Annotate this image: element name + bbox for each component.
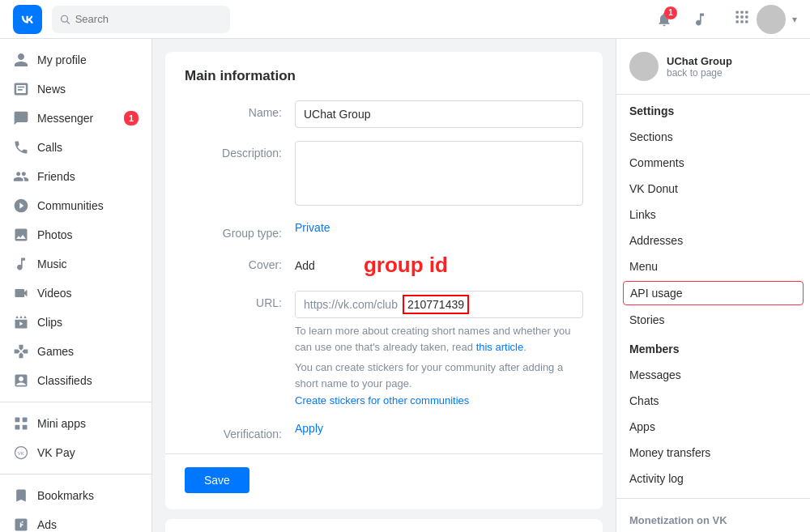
sidebar-item-music[interactable]: Music (0, 249, 151, 279)
friends-icon (13, 168, 29, 185)
user-avatar[interactable] (757, 5, 786, 34)
sidebar-label-videos: Videos (37, 287, 72, 300)
description-label: Description: (185, 141, 282, 160)
music-note-icon (692, 11, 708, 28)
svg-text:VK: VK (18, 451, 24, 456)
sidebar-item-news[interactable]: News (0, 74, 151, 104)
vkpay-icon: VK (13, 445, 29, 461)
description-row: Description: (185, 141, 583, 208)
name-label: Name: (185, 100, 282, 119)
group-type-label: Group type: (185, 221, 282, 240)
avatar-dropdown[interactable]: ▾ (792, 14, 797, 25)
sidebar-item-communities[interactable]: Communities (0, 191, 151, 220)
right-nav-activity-log[interactable]: Activity log (616, 466, 810, 492)
sidebar-label-calls: Calls (37, 141, 62, 154)
sidebar-item-mini-apps[interactable]: Mini apps (0, 409, 151, 438)
url-id-highlighted[interactable]: 210771439 (403, 295, 469, 315)
group-info: UChat Group back to page (616, 39, 810, 95)
grid-icon (734, 9, 750, 25)
help-text-2: You can create stickers for your communi… (295, 360, 583, 391)
chat-icon (13, 110, 29, 126)
sidebar: My profile News Messenger 1 Calls Friend… (0, 39, 152, 532)
main-information-card: Main information Name: Description: Grou… (165, 52, 603, 509)
sidebar-item-messenger[interactable]: Messenger 1 (0, 104, 151, 133)
right-nav-api-usage[interactable]: API usage (623, 281, 804, 305)
cover-add-link[interactable]: Add (295, 259, 315, 272)
sidebar-item-games[interactable]: Games (0, 337, 151, 366)
verification-control: Apply (295, 422, 583, 435)
sidebar-label-mini-apps: Mini apps (37, 417, 86, 430)
url-static-prefix: https://vk.com/club (296, 291, 403, 318)
svg-rect-6 (740, 15, 743, 18)
vk-logo[interactable] (13, 5, 42, 34)
svg-rect-11 (15, 418, 20, 423)
right-nav-menu[interactable]: Menu (616, 253, 810, 279)
notifications-button[interactable]: 1 (650, 5, 679, 34)
sidebar-item-bookmarks[interactable]: Bookmarks (0, 481, 151, 510)
right-nav-messages[interactable]: Messages (616, 362, 810, 388)
sticker-link[interactable]: Create stickers for other communities (295, 394, 469, 406)
music-icon (13, 256, 29, 272)
sidebar-label-bookmarks: Bookmarks (37, 489, 94, 502)
svg-rect-4 (745, 11, 748, 14)
sidebar-item-clips[interactable]: Clips (0, 308, 151, 337)
right-nav-chats[interactable]: Chats (616, 388, 810, 414)
sidebar-item-ads[interactable]: Ads (0, 510, 151, 532)
right-nav-money-transfers[interactable]: Money transfers (616, 440, 810, 466)
search-box[interactable] (52, 6, 230, 33)
group-avatar (629, 52, 659, 81)
action-button-card: Action button (165, 519, 603, 533)
right-nav: Settings Sections Comments VK Donut Link… (616, 95, 810, 532)
sidebar-label-news: News (37, 83, 66, 96)
right-nav-stories[interactable]: Stories (616, 307, 810, 333)
svg-rect-5 (736, 15, 739, 18)
sidebar-item-videos[interactable]: Videos (0, 279, 151, 308)
sidebar-divider-1 (0, 402, 151, 402)
right-panel-back-link[interactable]: back to page (667, 67, 732, 79)
right-nav-sections[interactable]: Sections (616, 124, 810, 150)
bookmarks-icon (13, 487, 29, 504)
group-type-row: Group type: Private (185, 221, 583, 240)
search-input[interactable] (75, 13, 222, 25)
right-nav-comments[interactable]: Comments (616, 150, 810, 176)
sidebar-item-vk-pay[interactable]: VK VK Pay (0, 438, 151, 467)
grid-menu-button[interactable] (734, 9, 750, 29)
svg-line-1 (67, 21, 70, 23)
right-nav-vk-donut[interactable]: VK Donut (616, 176, 810, 202)
person-icon (13, 52, 29, 68)
cover-label: Cover: (185, 253, 282, 271)
news-icon (13, 81, 29, 97)
svg-rect-10 (745, 20, 748, 23)
name-input[interactable] (295, 100, 583, 128)
notification-badge: 1 (664, 6, 677, 19)
right-nav-members[interactable]: Members (616, 336, 810, 362)
right-nav-settings[interactable]: Settings (616, 98, 810, 124)
music-button[interactable] (685, 5, 714, 34)
sidebar-item-friends[interactable]: Friends (0, 162, 151, 191)
sidebar-label-photos: Photos (37, 228, 73, 241)
right-nav-monetization: Monetization on VK (616, 504, 810, 532)
help-article-link[interactable]: this article (476, 341, 524, 353)
top-header: 1 ▾ (0, 0, 810, 39)
photo-icon (13, 227, 29, 243)
verification-apply-link[interactable]: Apply (295, 422, 323, 435)
right-nav-links[interactable]: Links (616, 202, 810, 228)
sidebar-label-clips: Clips (37, 316, 62, 329)
sidebar-item-photos[interactable]: Photos (0, 220, 151, 249)
group-type-link[interactable]: Private (295, 221, 330, 234)
description-control (295, 141, 583, 208)
header-icons: 1 ▾ (650, 5, 797, 34)
name-control (295, 100, 583, 128)
svg-rect-3 (740, 11, 743, 14)
sidebar-label-friends: Friends (37, 170, 75, 183)
description-input[interactable] (295, 141, 583, 206)
cover-row: Cover: Add group id (185, 253, 583, 278)
mini-apps-icon (13, 415, 29, 432)
right-nav-apps[interactable]: Apps (616, 414, 810, 440)
sidebar-item-my-profile[interactable]: My profile (0, 45, 151, 74)
sidebar-item-calls[interactable]: Calls (0, 133, 151, 162)
sidebar-item-classifieds[interactable]: Classifieds (0, 366, 151, 395)
svg-rect-9 (740, 20, 743, 23)
right-nav-addresses[interactable]: Addresses (616, 228, 810, 253)
save-button[interactable]: Save (185, 467, 249, 493)
